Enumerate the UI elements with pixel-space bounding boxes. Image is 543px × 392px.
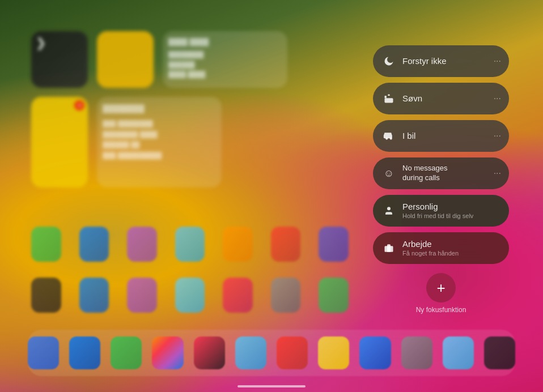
personlig-subtitle: Hold fri med tid til dig selv [402, 212, 501, 220]
focus-item-arbejde[interactable]: Arbejde Få noget fra hånden [373, 232, 509, 264]
widget-medium-1: ████ ████ ████████ ██████ ████ ████ [163, 31, 287, 88]
briefcase-icon [381, 240, 397, 256]
i-bil-more[interactable]: ··· [490, 131, 501, 141]
app-icon-3 [127, 227, 157, 262]
svg-point-3 [387, 207, 391, 210]
app-icon-14 [319, 278, 349, 313]
i-bil-title: I bil [402, 131, 490, 141]
focus-panel: Forstyr ikke ··· Søvn ··· I bil [373, 45, 509, 314]
dock-calendar[interactable] [277, 336, 308, 369]
no-messages-text: No messagesduring calls [397, 164, 490, 183]
forstyr-ikke-title: Forstyr ikke [402, 56, 490, 66]
arbejde-title: Arbejde [402, 239, 501, 249]
app-icon-4 [175, 227, 205, 262]
focus-item-i-bil[interactable]: I bil ··· [373, 120, 509, 152]
sovn-text: Søvn [397, 93, 490, 104]
emoji-icon: ☺ [381, 165, 397, 181]
car-icon [381, 128, 397, 144]
app-icon-13 [271, 278, 301, 313]
i-bil-text: I bil [397, 131, 490, 141]
sleep-icon [381, 91, 397, 106]
dock-mail[interactable] [69, 336, 100, 369]
dock-notes[interactable] [318, 336, 349, 369]
new-focus-button[interactable]: + [426, 273, 456, 302]
app-icon-1 [31, 227, 61, 262]
new-focus-container: + Ny fokusfunktion [373, 273, 509, 314]
dock-facetime[interactable] [443, 336, 474, 369]
arbejde-subtitle: Få noget fra hånden [402, 250, 501, 257]
sovn-more[interactable]: ··· [490, 93, 501, 104]
focus-item-no-messages[interactable]: ☺ No messagesduring calls ··· [373, 157, 509, 189]
widget-yellow-tall: ✕ [31, 97, 88, 188]
dock-safari[interactable] [28, 336, 59, 369]
focus-item-sovn[interactable]: Søvn ··· [373, 83, 509, 114]
new-focus-label: Ny fokusfunktion [416, 306, 466, 314]
app-icon-9 [79, 278, 109, 313]
plus-icon: + [436, 279, 445, 297]
focus-item-forstyr-ikke[interactable]: Forstyr ikke ··· [373, 45, 509, 77]
svg-rect-0 [385, 98, 393, 103]
person-icon [381, 203, 397, 219]
no-messages-title: No messagesduring calls [402, 164, 490, 183]
dock-maps[interactable] [235, 336, 266, 369]
app-icon-12 [223, 278, 253, 313]
app-icon-8 [31, 278, 61, 313]
focus-item-personlig[interactable]: Personlig Hold fri med tid til dig selv [373, 195, 509, 227]
arbejde-text: Arbejde Få noget fra hånden [397, 239, 501, 257]
app-icon-6 [271, 227, 301, 262]
dock-settings[interactable] [401, 336, 432, 369]
dock [28, 330, 515, 376]
personlig-title: Personlig [402, 202, 501, 212]
widget-terminal: ❯ [31, 31, 88, 88]
svg-point-2 [390, 138, 392, 140]
dock-appstore[interactable] [359, 336, 391, 369]
widget-large-1: ████████ ███ ████████ ████████ ████ ████… [97, 97, 222, 188]
widget-notes [97, 31, 154, 88]
app-icon-7 [319, 227, 349, 262]
forstyr-ikke-text: Forstyr ikke [397, 56, 490, 66]
dock-files[interactable] [484, 336, 515, 369]
dock-messages[interactable] [111, 336, 142, 369]
no-messages-more[interactable]: ··· [490, 168, 501, 178]
forstyr-ikke-more[interactable]: ··· [490, 56, 501, 66]
sovn-title: Søvn [402, 93, 490, 104]
app-icon-5 [223, 227, 253, 262]
svg-point-1 [385, 138, 388, 140]
personlig-text: Personlig Hold fri med tid til dig selv [397, 202, 501, 220]
app-row-1 [31, 227, 349, 262]
app-icon-11 [175, 278, 205, 313]
widget-area: ❯ ████ ████ ████████ ██████ ████ ████ ✕ … [31, 31, 315, 207]
dock-photos[interactable] [152, 336, 183, 369]
app-icon-2 [79, 227, 109, 262]
home-indicator [237, 385, 306, 387]
app-row-2 [31, 278, 349, 313]
moon-icon [381, 53, 397, 69]
app-icon-10 [127, 278, 157, 313]
dock-music[interactable] [194, 336, 225, 369]
